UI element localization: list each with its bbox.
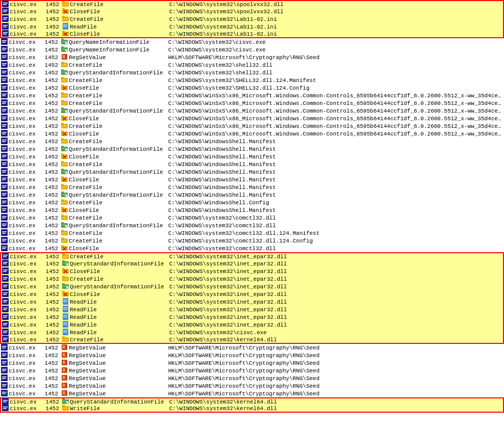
svg-rect-113	[1, 115, 8, 121]
svg-rect-356	[2, 369, 7, 370]
svg-rect-143	[1, 145, 8, 152]
path-cell: C:\WINDOWS\WindowsShell.Config	[168, 200, 504, 206]
table-row: cisvc.exe 1452 R RegSetValue HKLM\SOFTWA…	[0, 53, 504, 61]
operation-cell: QueryStandardInformationFile	[62, 260, 169, 268]
operation-name: WriteFile	[70, 406, 100, 412]
process-cell: cisvc.exe	[0, 245, 36, 253]
operation-cell: CreateFile	[62, 15, 169, 23]
svg-rect-23	[2, 23, 9, 30]
svg-rect-79	[61, 77, 64, 78]
operation-cell: QueryStandardInformationFile	[61, 168, 168, 176]
operation-icon	[62, 8, 69, 16]
process-cell: cisvc.exe	[1, 8, 37, 16]
svg-rect-68	[2, 72, 6, 73]
operation-cell: CloseFile	[62, 290, 169, 299]
process-icon	[1, 222, 8, 230]
svg-rect-20	[62, 16, 65, 17]
process-icon	[1, 69, 8, 77]
process-name: cisvc.exe	[9, 162, 36, 168]
operation-name: CreateFile	[69, 77, 102, 84]
operation-cell: QueryNameInformationFile	[61, 46, 168, 54]
svg-rect-38	[2, 40, 7, 41]
svg-rect-39	[2, 42, 6, 43]
svg-rect-45	[1, 46, 8, 52]
svg-rect-97	[1, 99, 8, 106]
operation-cell: R RegSetValue	[61, 53, 168, 62]
operation-cell: CreateFile	[61, 183, 168, 192]
svg-rect-96	[62, 96, 66, 96]
operation-icon	[61, 160, 68, 169]
pid-cell: 1452	[36, 223, 61, 229]
operation-name: ReadFile	[70, 299, 97, 305]
svg-rect-318	[2, 321, 9, 328]
process-name: cisvc.exe	[9, 215, 36, 221]
svg-rect-388	[62, 405, 65, 407]
process-cell: cisvc.exe	[1, 30, 37, 38]
svg-rect-377	[3, 401, 7, 402]
svg-rect-371	[2, 392, 7, 393]
operation-icon	[62, 30, 69, 38]
operation-cell: ReadFile	[62, 298, 169, 306]
svg-rect-319	[3, 323, 8, 324]
svg-rect-253	[3, 256, 7, 257]
process-name: cisvc.exe	[9, 207, 36, 213]
process-cell: cisvc.exe	[1, 298, 37, 306]
svg-rect-341	[2, 346, 7, 347]
process-icon	[2, 275, 9, 283]
operation-cell: QueryStandardInformationFile	[61, 191, 168, 199]
operation-cell: ReadFile	[62, 306, 169, 314]
process-name: cisvc.exe	[9, 70, 36, 76]
svg-rect-317	[63, 317, 67, 317]
path-cell: C:\WINDOWS\system32\inet_epar32.dll	[169, 254, 503, 260]
path-cell: HKLM\SOFTWARE\Microsoft\Cryptography\RNG…	[168, 345, 504, 351]
process-name: cisvc.exe	[10, 2, 37, 8]
svg-rect-306	[3, 309, 7, 310]
path-cell: HKLM\SOFTWARE\Microsoft\Cryptography\RNG…	[168, 391, 504, 397]
svg-rect-333	[3, 338, 8, 339]
operation-name: CreateFile	[69, 123, 102, 129]
pid-cell: 1452	[37, 330, 62, 336]
svg-rect-153	[2, 156, 6, 157]
operation-icon	[62, 313, 69, 321]
path-cell: HKLM\SOFTWARE\Microsoft\Cryptography\RNG…	[168, 360, 504, 366]
operation-name: CloseFile	[70, 268, 100, 275]
table-row: cisvc.exe 1452 ReadFile C:\WINDOWS\syste…	[0, 321, 504, 329]
svg-rect-328	[63, 329, 68, 335]
process-name: cisvc.exe	[10, 31, 37, 37]
svg-rect-345	[1, 352, 8, 358]
operation-cell: CreateFile	[62, 336, 169, 344]
svg-rect-219	[62, 218, 66, 219]
svg-rect-29	[63, 26, 67, 27]
process-name: cisvc.exe	[9, 192, 36, 198]
svg-rect-66	[1, 69, 8, 75]
operation-cell: CreateFile	[61, 122, 168, 130]
process-name: cisvc.exe	[9, 62, 36, 68]
svg-rect-109	[61, 108, 64, 109]
svg-rect-125	[61, 123, 64, 124]
pid-cell: 1452	[36, 146, 61, 152]
operation-icon	[61, 38, 68, 46]
pid-cell: 1452	[37, 254, 62, 260]
path-cell: C:\WINDOWS\system32\kernel64.dll	[169, 337, 503, 343]
process-name: cisvc.exe	[9, 375, 36, 382]
svg-rect-90	[2, 94, 7, 95]
table-row: cisvc.exe 1452 CreateFile C:\WINDOWS\Win…	[0, 199, 504, 206]
operation-name: CloseFile	[69, 246, 99, 252]
svg-text:R: R	[63, 353, 65, 358]
pid-cell: 1452	[37, 16, 62, 22]
svg-rect-104	[62, 103, 66, 104]
operation-icon: R	[61, 382, 68, 390]
process-cell: cisvc.exe	[1, 313, 37, 321]
svg-rect-209	[61, 207, 64, 208]
operation-name: ReadFile	[70, 314, 97, 320]
path-cell: C:\WINDOWS\system32\inet_epar32.dll	[169, 284, 503, 290]
table-row: cisvc.exe 1452 CreateFile C:\WINDOWS\sys…	[0, 336, 504, 344]
operation-cell: CloseFile	[62, 267, 169, 276]
process-name: cisvc.exe	[10, 330, 37, 336]
path-cell: C:\WINDOWS\system32\Lab11-02.ini	[169, 16, 503, 22]
pid-cell: 1452	[36, 230, 61, 236]
process-name: cisvc.exe	[9, 368, 36, 374]
svg-rect-63	[61, 62, 64, 63]
svg-rect-76	[2, 80, 6, 81]
table-row: cisvc.exe 1452 QueryNameInformationFile …	[0, 38, 504, 46]
